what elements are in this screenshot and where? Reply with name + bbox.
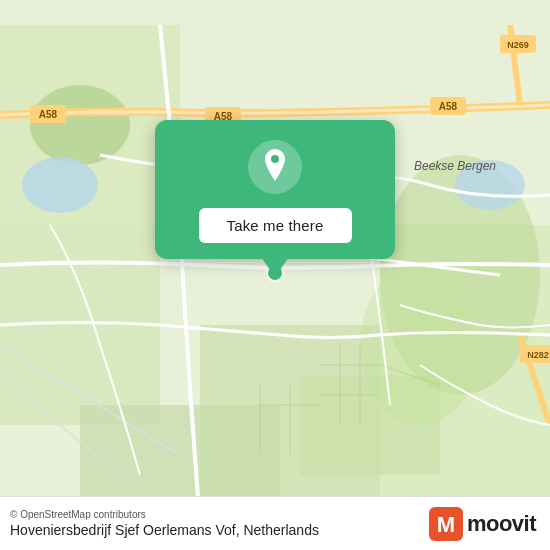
svg-text:M: M — [437, 512, 455, 537]
location-icon — [248, 140, 302, 194]
map-container: A58 A58 A58 N269 N282 Beekse Bergen — [0, 0, 550, 550]
svg-text:A58: A58 — [39, 109, 58, 120]
bottom-info: © OpenStreetMap contributors Hoveniersbe… — [10, 509, 319, 538]
svg-text:Beekse Bergen: Beekse Bergen — [414, 159, 496, 173]
moovit-m-icon: M — [429, 507, 463, 541]
location-name: Hoveniersbedrijf Sjef Oerlemans Vof, Net… — [10, 522, 319, 538]
popup-card: Take me there — [155, 120, 395, 259]
moovit-logo: M moovit — [429, 507, 536, 541]
take-me-there-button[interactable]: Take me there — [199, 208, 352, 243]
osm-credit: © OpenStreetMap contributors — [10, 509, 319, 520]
svg-point-9 — [30, 85, 130, 165]
svg-text:N269: N269 — [507, 40, 529, 50]
svg-text:A58: A58 — [439, 101, 458, 112]
pin-icon — [260, 149, 290, 185]
moovit-text: moovit — [467, 511, 536, 537]
svg-point-10 — [22, 157, 98, 213]
svg-point-34 — [271, 155, 279, 163]
bottom-bar: © OpenStreetMap contributors Hoveniersbe… — [0, 496, 550, 550]
svg-text:N282: N282 — [527, 350, 549, 360]
svg-point-8 — [360, 265, 480, 425]
